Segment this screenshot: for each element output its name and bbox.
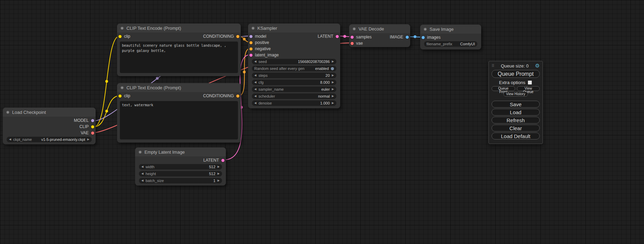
next-arrow-icon[interactable]: ▶ (332, 95, 334, 98)
widget-value: euler (321, 87, 329, 91)
view-queue-button[interactable]: View Queue (517, 86, 540, 91)
output-dot-conditioning[interactable] (236, 94, 239, 98)
collapse-dot-icon[interactable] (139, 151, 142, 154)
input-dot-images[interactable] (422, 36, 425, 39)
drag-handle-icon[interactable]: ⠿ (492, 64, 494, 68)
input-dot-latent-image[interactable] (249, 54, 253, 57)
slot-label: CONDITIONING (203, 93, 234, 98)
prev-arrow-icon[interactable]: ◀ (141, 172, 143, 175)
prev-arrow-icon[interactable]: ◀ (141, 179, 143, 182)
clear-button[interactable]: Clear (492, 125, 540, 132)
load-button[interactable]: Load (492, 109, 540, 116)
collapse-dot-icon[interactable] (6, 111, 9, 114)
node-title-bar[interactable]: CLIP Text Encode (Prompt) (117, 83, 241, 92)
negative-prompt-textarea[interactable]: text, watermark (120, 101, 238, 139)
output-dot-vae[interactable] (91, 132, 94, 135)
queue-prompt-button[interactable]: Queue Prompt (492, 70, 540, 78)
input-dot-clip[interactable] (118, 94, 122, 98)
widget-steps[interactable]: ◀ steps 20 ▶ (252, 73, 336, 78)
positive-prompt-textarea[interactable]: beautiful scenery nature glass bottle la… (120, 42, 238, 73)
queue-buttons-row: Queue Front View Queue (492, 86, 540, 91)
node-load-checkpoint[interactable]: Load Checkpoint MODEL CLIP VAE ◀ ckpt_na… (3, 108, 96, 144)
widget-label: width (145, 165, 155, 169)
prev-arrow-icon[interactable]: ◀ (254, 95, 256, 98)
slot-label: model (255, 34, 266, 39)
next-arrow-icon[interactable]: ▶ (218, 179, 220, 182)
widget-denoise[interactable]: ◀ denoise 1.000 ▶ (252, 100, 336, 106)
collapse-dot-icon[interactable] (353, 27, 356, 30)
input-dot-model[interactable] (249, 35, 253, 38)
widget-random-seed[interactable]: Random seed after every gen enabled (252, 66, 336, 71)
widget-filename-prefix[interactable]: filename_prefix ComfyUI (424, 41, 477, 47)
input-dot-negative[interactable] (249, 47, 253, 51)
slot-label: latent_image (255, 53, 279, 57)
widget-scheduler[interactable]: ◀ scheduler normal ▶ (252, 93, 336, 99)
widget-value: enabled (315, 66, 329, 71)
collapse-dot-icon[interactable] (252, 27, 255, 30)
output-dot-latent[interactable] (336, 35, 339, 38)
node-title-bar[interactable]: Load Checkpoint (3, 108, 96, 117)
output-dot-image[interactable] (406, 36, 409, 39)
prev-arrow-icon[interactable]: ◀ (254, 74, 256, 77)
next-arrow-icon[interactable]: ▶ (332, 81, 334, 84)
collapse-dot-icon[interactable] (121, 86, 124, 89)
next-arrow-icon[interactable]: ▶ (332, 60, 334, 63)
prev-arrow-icon[interactable]: ◀ (9, 138, 11, 141)
input-slot-latent-image: latent_image (248, 52, 340, 58)
refresh-button[interactable]: Refresh (492, 117, 540, 124)
queue-front-button[interactable]: Queue Front (492, 86, 515, 91)
prev-arrow-icon[interactable]: ◀ (141, 165, 143, 168)
node-empty-latent-image[interactable]: Empty Latent Image LATENT ◀ width 512 ▶ … (135, 147, 226, 186)
widget-value: 20 (326, 73, 330, 78)
load-default-button[interactable]: Load Default (492, 133, 540, 139)
node-ksampler[interactable]: KSampler model LATENT positive negative … (248, 24, 340, 108)
save-button[interactable]: Save (492, 101, 540, 108)
node-clip-text-encode-positive[interactable]: CLIP Text Encode (Prompt) clip CONDITION… (117, 24, 241, 76)
collapse-dot-icon[interactable] (121, 27, 124, 30)
prev-arrow-icon[interactable]: ◀ (254, 102, 256, 105)
next-arrow-icon[interactable]: ▶ (332, 88, 334, 91)
collapse-dot-icon[interactable] (424, 28, 427, 31)
next-arrow-icon[interactable]: ▶ (218, 172, 220, 175)
prev-arrow-icon[interactable]: ◀ (254, 88, 256, 91)
widget-ckpt-name[interactable]: ◀ ckpt_name v1-5-pruned-emaonly.ckpt ▶ (7, 137, 92, 142)
node-title-bar[interactable]: VAE Decode (349, 24, 410, 33)
input-dot-positive[interactable] (249, 41, 253, 44)
wire-midpoint-dot (105, 110, 108, 112)
output-dot-conditioning[interactable] (236, 35, 239, 38)
node-save-image[interactable]: Save Image images filename_prefix ComfyU… (420, 25, 481, 49)
node-title-bar[interactable]: CLIP Text Encode (Prompt) (117, 24, 241, 33)
node-title-bar[interactable]: Empty Latent Image (135, 147, 226, 156)
extra-options-checkbox[interactable] (528, 80, 532, 85)
output-dot-latent[interactable] (221, 159, 224, 162)
toggle-dot[interactable] (331, 67, 334, 70)
widget-height[interactable]: ◀ height 512 ▶ (139, 171, 222, 177)
input-slot-images: images (420, 34, 481, 40)
widget-label: denoise (258, 101, 272, 105)
prev-arrow-icon[interactable]: ◀ (254, 60, 256, 63)
widget-cfg[interactable]: ◀ cfg 8.000 ▶ (252, 80, 336, 85)
widget-seed[interactable]: ◀ seed 156680208700286 ▶ (252, 59, 336, 64)
prev-arrow-icon[interactable]: ◀ (254, 81, 256, 84)
input-dot-samples[interactable] (351, 36, 354, 39)
view-history-button[interactable]: View History (503, 92, 528, 97)
widget-sampler-name[interactable]: ◀ sampler_name euler ▶ (252, 87, 336, 92)
node-graph-canvas[interactable]: Load Checkpoint MODEL CLIP VAE ◀ ckpt_na… (0, 0, 644, 244)
widget-width[interactable]: ◀ width 512 ▶ (139, 164, 222, 170)
node-vae-decode[interactable]: VAE Decode samples IMAGE vae (349, 24, 410, 47)
input-dot-vae[interactable] (351, 42, 354, 45)
widget-value: 156680208700286 (298, 60, 330, 64)
next-arrow-icon[interactable]: ▶ (332, 102, 334, 105)
next-arrow-icon[interactable]: ▶ (332, 74, 334, 77)
node-clip-text-encode-negative[interactable]: CLIP Text Encode (Prompt) clip CONDITION… (117, 83, 241, 143)
next-arrow-icon[interactable]: ▶ (218, 165, 220, 168)
settings-gear-icon[interactable]: ⚙ (535, 63, 540, 69)
widget-label: seed (258, 60, 267, 64)
widget-batch-size[interactable]: ◀ batch_size 1 ▶ (139, 178, 222, 183)
input-dot-clip[interactable] (118, 35, 122, 38)
node-title-bar[interactable]: KSampler (248, 24, 340, 33)
output-dot-model[interactable] (91, 119, 94, 122)
node-title-bar[interactable]: Save Image (420, 25, 481, 34)
output-dot-clip[interactable] (91, 125, 94, 128)
next-arrow-icon[interactable]: ▶ (87, 138, 89, 141)
